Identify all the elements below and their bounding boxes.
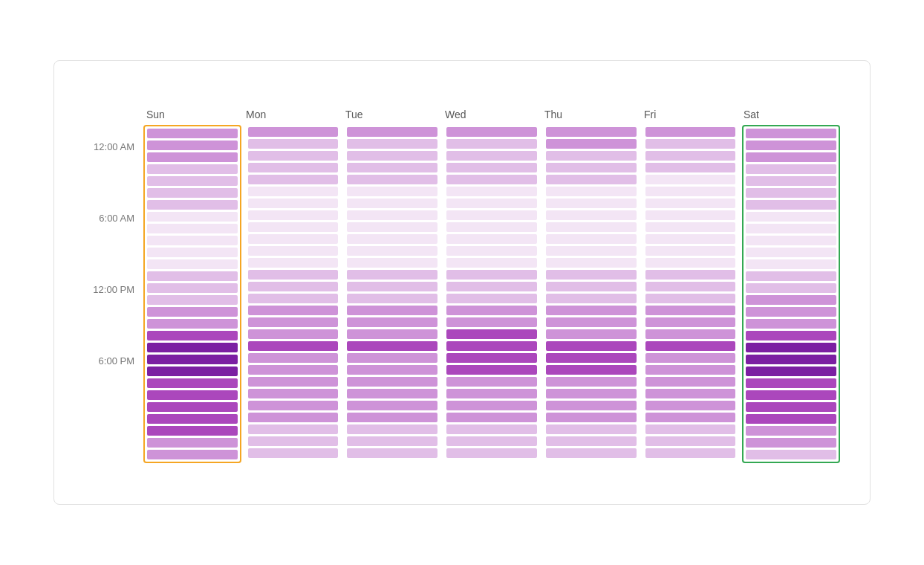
heat-cell [546,306,637,315]
heat-cell [546,413,637,422]
heat-cell [446,222,537,232]
heat-cell [248,424,339,434]
heat-cell [248,187,339,196]
heat-cell [645,341,736,351]
heat-cell [546,258,637,268]
heat-cell [347,306,437,315]
heat-cell [347,389,437,398]
heat-cell [546,294,637,303]
heat-cell [248,306,339,315]
day-column-fri [643,125,738,463]
heat-cell [147,438,238,448]
heat-cell [347,353,437,363]
heat-cell [347,222,437,232]
heat-cell [645,282,736,291]
heat-cell [347,270,437,280]
heat-cell [746,176,836,186]
y-label: 6:00 AM [99,213,134,224]
heat-cell [347,341,437,351]
heat-cell [347,424,437,434]
heat-cell [746,343,836,352]
heat-cell [347,151,437,161]
heat-cell [446,151,537,161]
heat-cell [746,295,836,305]
heat-cell [248,222,339,232]
heat-cell [446,175,537,184]
heat-cell [546,198,637,208]
heat-cell [248,151,339,161]
heat-cell [347,377,437,387]
heat-cell [248,329,339,339]
heat-cell [248,246,339,256]
day-column-mon [246,125,341,463]
heat-cell [746,390,836,400]
heat-cell [147,390,238,400]
y-label: 12:00 PM [93,284,134,295]
heat-cell [147,200,238,210]
heat-cell [746,236,836,245]
heat-cell [746,141,836,150]
heat-cell [546,282,637,291]
day-header-sun: Sun [143,109,243,120]
heat-cell [446,127,537,137]
heat-cell [248,317,339,327]
heat-cell [746,319,836,329]
heat-cell [347,436,437,446]
heat-cell [546,234,637,244]
heat-cell [645,127,736,137]
heat-cell [446,436,537,446]
heat-cell [546,317,637,327]
heat-cell [347,163,437,172]
heat-cell [147,355,238,364]
heat-cell [147,152,238,162]
heat-cell [147,129,238,138]
heat-cell [645,377,736,387]
heat-cell [546,448,637,458]
heat-cell [645,187,736,196]
heat-cell [347,187,437,196]
heat-cell [347,127,437,137]
heat-cell [645,424,736,434]
heat-cell [645,246,736,256]
heat-cell [147,367,238,376]
heat-cell [546,187,637,196]
heat-cell [546,175,637,184]
heat-cell [446,210,537,220]
heat-cell [645,329,736,339]
heat-cell [347,234,437,244]
heat-cell [347,246,437,256]
heatmap-columns [143,125,840,463]
heat-cell [446,365,537,375]
heatmap-grid: SunMonTueWedThuFriSat [143,109,840,463]
heat-cell [645,317,736,327]
heat-cell [645,163,736,172]
heat-cell [347,365,437,375]
day-column-sun [143,125,241,463]
heat-cell [546,436,637,446]
heat-cell [746,129,836,138]
heat-cell [446,258,537,268]
heat-cell [147,224,238,233]
heat-cell [645,198,736,208]
heat-cell [546,163,637,172]
heat-cell [147,271,238,281]
heat-cell [347,413,437,422]
heat-cell [248,389,339,398]
heat-cell [546,341,637,351]
heat-cell [446,389,537,398]
heat-cell [645,151,736,161]
heat-cell [446,139,537,149]
heat-cell [248,401,339,410]
heat-cell [347,401,437,410]
heat-cell [147,402,238,412]
heat-cell [347,139,437,149]
day-column-sat [742,125,840,463]
heat-cell [248,353,339,363]
heat-cell [645,365,736,375]
heat-cell [147,164,238,174]
heat-cell [746,307,836,317]
heat-cell [746,283,836,293]
heat-cell [446,329,537,339]
heat-cell [446,270,537,280]
heat-cell [147,176,238,186]
